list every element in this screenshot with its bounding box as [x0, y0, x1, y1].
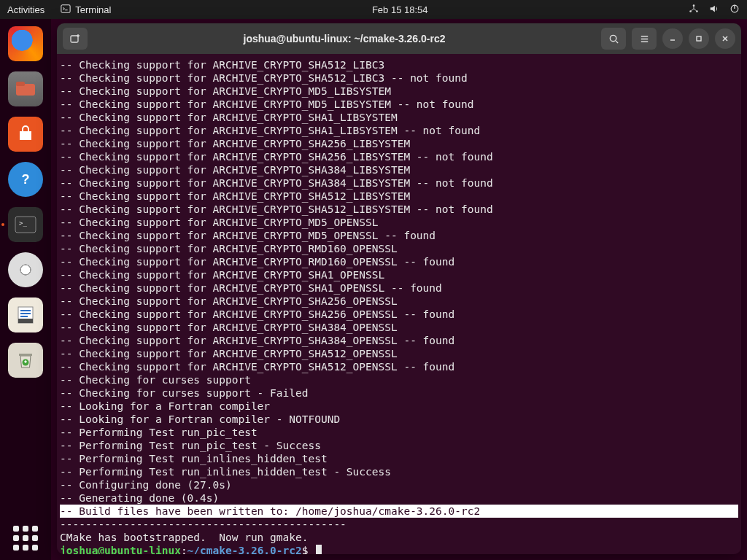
focused-app-menu[interactable]: Terminal — [61, 4, 111, 16]
hamburger-menu-button[interactable] — [632, 28, 657, 50]
terminal-line: -- Checking for curses support — [60, 373, 738, 386]
dock-firefox[interactable] — [8, 26, 43, 61]
terminal-line: -- Looking for a Fortran compiler — [60, 400, 738, 413]
terminal-line: -- Checking support for ARCHIVE_CRYPTO_S… — [60, 71, 738, 85]
minimize-button[interactable] — [662, 28, 683, 49]
dock: ? >_ — [0, 19, 51, 560]
close-button[interactable] — [715, 28, 735, 49]
maximize-button[interactable] — [689, 28, 709, 49]
dock-files[interactable] — [8, 71, 43, 106]
terminal-line: -- Checking support for ARCHIVE_CRYPTO_S… — [60, 281, 738, 295]
terminal-line: -- Performing Test run_inlines_hidden_te… — [60, 465, 738, 478]
new-tab-button[interactable] — [63, 28, 88, 50]
terminal-window: joshua@ubuntu-linux: ~/cmake-3.26.0-rc2 … — [57, 23, 741, 554]
svg-rect-18 — [71, 36, 78, 42]
shell-prompt[interactable]: joshua@ubuntu-linux:~/cmake-3.26.0-rc2$ — [60, 544, 738, 554]
terminal-line: -- Checking support for ARCHIVE_CRYPTO_S… — [60, 203, 738, 216]
activities-button[interactable]: Activities — [7, 4, 44, 15]
power-icon[interactable] — [729, 4, 740, 16]
terminal-line: -- Checking support for ARCHIVE_CRYPTO_S… — [60, 163, 738, 176]
terminal-line: -- Checking support for ARCHIVE_CRYPTO_S… — [60, 137, 738, 150]
terminal-line-highlight: -- Build files have been written to: /ho… — [60, 505, 738, 518]
focused-app-name: Terminal — [75, 4, 111, 15]
svg-rect-15 — [18, 319, 33, 323]
svg-line-20 — [616, 41, 618, 43]
svg-rect-0 — [61, 4, 70, 12]
svg-rect-25 — [697, 36, 701, 41]
svg-rect-7 — [16, 82, 25, 86]
dock-disc[interactable] — [8, 252, 43, 287]
terminal-line: -- Configuring done (27.0s) — [60, 478, 738, 491]
terminal-viewport[interactable]: -- Checking support for ARCHIVE_CRYPTO_S… — [57, 54, 741, 554]
dock-trash[interactable] — [8, 343, 43, 378]
terminal-line: -- Checking support for ARCHIVE_CRYPTO_S… — [60, 295, 738, 308]
terminal-line: -- Checking support for ARCHIVE_CRYPTO_M… — [60, 229, 738, 242]
terminal-line: -- Checking support for ARCHIVE_CRYPTO_S… — [60, 58, 738, 71]
volume-icon[interactable] — [709, 4, 719, 16]
terminal-line: -- Checking support for ARCHIVE_CRYPTO_S… — [60, 150, 738, 163]
terminal-line: -- Checking for curses support - Failed — [60, 386, 738, 400]
terminal-line: -- Checking support for ARCHIVE_CRYPTO_M… — [60, 216, 738, 229]
titlebar: joshua@ubuntu-linux: ~/cmake-3.26.0-rc2 — [57, 23, 741, 54]
terminal-line: ----------------------------------------… — [60, 518, 738, 531]
terminal-line: -- Checking support for ARCHIVE_CRYPTO_R… — [60, 255, 738, 268]
search-button[interactable] — [601, 28, 626, 50]
dock-text-editor[interactable] — [8, 298, 43, 332]
svg-point-19 — [610, 35, 616, 41]
terminal-line: -- Checking support for ARCHIVE_CRYPTO_S… — [60, 360, 738, 373]
terminal-line: -- Checking support for ARCHIVE_CRYPTO_S… — [60, 347, 738, 360]
terminal-line: -- Checking support for ARCHIVE_CRYPTO_M… — [60, 85, 738, 98]
svg-text:>_: >_ — [19, 219, 27, 227]
network-icon[interactable] — [689, 4, 699, 16]
terminal-line: -- Checking support for ARCHIVE_CRYPTO_S… — [60, 334, 738, 347]
svg-rect-16 — [19, 354, 32, 356]
gnome-top-panel: Activities Terminal Feb 15 18:54 — [0, 0, 747, 19]
cursor — [316, 545, 322, 554]
terminal-line: -- Checking support for ARCHIVE_CRYPTO_R… — [60, 242, 738, 255]
terminal-line: -- Performing Test run_pic_test — [60, 426, 738, 439]
terminal-line: -- Checking support for ARCHIVE_CRYPTO_S… — [60, 124, 738, 137]
terminal-line: -- Performing Test run_pic_test - Succes… — [60, 439, 738, 452]
terminal-line: -- Checking support for ARCHIVE_CRYPTO_S… — [60, 321, 738, 334]
terminal-line: -- Performing Test run_inlines_hidden_te… — [60, 452, 738, 465]
terminal-line: -- Generating done (0.4s) — [60, 491, 738, 505]
window-title: joshua@ubuntu-linux: ~/cmake-3.26.0-rc2 — [93, 33, 595, 44]
terminal-line: -- Checking support for ARCHIVE_CRYPTO_S… — [60, 111, 738, 124]
show-applications-button[interactable] — [11, 524, 40, 553]
terminal-line: -- Checking support for ARCHIVE_CRYPTO_S… — [60, 190, 738, 203]
clock[interactable]: Feb 15 18:54 — [111, 4, 689, 15]
terminal-line: CMake has bootstrapped. Now run gmake. — [60, 531, 738, 544]
dock-software[interactable] — [8, 117, 43, 152]
terminal-icon — [61, 4, 71, 16]
terminal-line: -- Looking for a Fortran compiler - NOTF… — [60, 413, 738, 426]
terminal-line: -- Checking support for ARCHIVE_CRYPTO_S… — [60, 308, 738, 321]
terminal-line: -- Checking support for ARCHIVE_CRYPTO_M… — [60, 98, 738, 111]
svg-text:?: ? — [22, 172, 30, 187]
dock-help[interactable]: ? — [8, 162, 43, 197]
terminal-line: -- Checking support for ARCHIVE_CRYPTO_S… — [60, 268, 738, 281]
dock-terminal[interactable]: >_ — [8, 207, 43, 242]
terminal-line: -- Checking support for ARCHIVE_CRYPTO_S… — [60, 176, 738, 190]
